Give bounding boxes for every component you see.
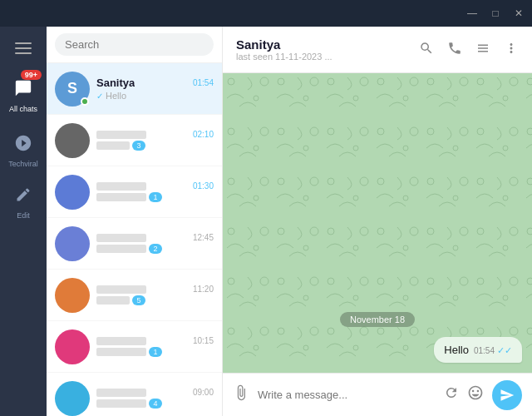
chat-header-actions [419, 41, 519, 59]
unread-count: 4 [149, 399, 162, 409]
chat-info: 01:30 1 [96, 181, 214, 202]
preview-text: Hello [106, 91, 214, 101]
minimize-button[interactable]: — [466, 7, 479, 19]
unread-count: 1 [149, 192, 162, 202]
chat-preview-blurred [96, 348, 146, 356]
avatar [55, 329, 90, 364]
maximize-button[interactable]: □ [489, 7, 502, 19]
chat-info: Sanitya 01:54 ✓ Hello [96, 77, 214, 101]
layout-icon[interactable] [475, 41, 490, 59]
more-options-icon[interactable] [504, 41, 519, 59]
all-chats-label: All chats [9, 105, 37, 113]
avatar: S [55, 72, 90, 106]
channel-nav-item[interactable]: Techviral [8, 128, 38, 168]
chat-list: S Sanitya 01:54 ✓ Hello [47, 63, 222, 416]
hamburger-line [15, 42, 32, 44]
chat-time: 02:10 [193, 130, 214, 139]
voice-icon[interactable] [444, 385, 459, 404]
chat-name [96, 131, 146, 139]
chat-item[interactable]: 09:00 4 [47, 373, 222, 416]
unread-count: 5 [132, 295, 145, 305]
chat-window: Sanitya last seen 11-11-2023 ... [223, 27, 532, 416]
title-bar-controls: — □ ✕ [466, 7, 525, 19]
chat-name [96, 389, 146, 397]
send-icon [500, 388, 515, 403]
chat-messages: November 18 Hello 01:54 ✓✓ [223, 73, 532, 373]
chat-time: 01:54 [193, 78, 214, 87]
avatar [55, 278, 90, 313]
search-input[interactable] [55, 33, 214, 56]
channel-label: Techviral [8, 160, 38, 168]
chat-header: Sanitya last seen 11-11-2023 ... [223, 27, 532, 73]
edit-nav-item[interactable]: Edit [8, 180, 38, 220]
attach-icon[interactable] [233, 384, 249, 405]
edit-label: Edit [17, 211, 30, 220]
avatar [55, 175, 90, 210]
chat-time: 01:30 [193, 181, 214, 191]
message-time: 01:54 [474, 346, 495, 355]
chat-info: 02:10 3 [96, 130, 214, 151]
close-button[interactable]: ✕ [512, 7, 525, 19]
avatar [55, 123, 90, 158]
chat-preview-blurred [96, 296, 130, 305]
call-icon[interactable] [447, 41, 462, 59]
avatar [55, 381, 90, 416]
chat-item[interactable]: S Sanitya 01:54 ✓ Hello [47, 63, 222, 115]
chat-name [96, 285, 146, 294]
chat-header-info: Sanitya last seen 11-11-2023 ... [236, 37, 411, 62]
chat-contact-name: Sanitya [236, 37, 411, 52]
chat-background: November 18 Hello 01:54 ✓✓ [223, 73, 532, 373]
channel-icon [8, 128, 38, 158]
chat-list-panel: S Sanitya 01:54 ✓ Hello [47, 27, 223, 416]
chat-time: 09:00 [193, 388, 214, 397]
hamburger-line [15, 47, 32, 49]
chat-name: Sanitya [96, 77, 135, 89]
chat-time: 12:45 [193, 233, 214, 242]
chat-name [96, 234, 146, 242]
chat-item[interactable]: 10:15 1 [47, 321, 222, 373]
app-container: 99+ All chats Techviral Edit [0, 27, 532, 416]
date-badge: November 18 [340, 312, 415, 327]
unread-badge: 99+ [21, 70, 42, 80]
edit-icon [8, 180, 38, 210]
unread-count: 3 [132, 141, 145, 151]
chat-item[interactable]: 01:30 1 [47, 166, 222, 218]
chat-info: 11:20 5 [96, 285, 214, 305]
hamburger-line [15, 52, 32, 54]
chat-preview-blurred [96, 141, 130, 150]
unread-count: 1 [149, 347, 162, 357]
search-icon[interactable] [419, 41, 434, 59]
message-input[interactable] [258, 389, 436, 401]
chat-preview-blurred [96, 245, 146, 253]
chat-name [96, 337, 146, 345]
message-read-icon: ✓✓ [497, 345, 512, 356]
all-chats-nav-item[interactable]: 99+ All chats [8, 73, 38, 113]
chat-time: 11:20 [193, 285, 214, 294]
chat-contact-status: last seen 11-11-2023 ... [236, 52, 411, 62]
chat-info: 12:45 2 [96, 233, 214, 254]
chat-item[interactable]: 11:20 5 [47, 270, 222, 321]
online-indicator [81, 97, 89, 106]
unread-count: 2 [149, 244, 162, 254]
sidebar-nav: 99+ All chats Techviral Edit [0, 27, 47, 416]
title-bar: — □ ✕ [0, 0, 532, 27]
chat-preview-blurred [96, 399, 146, 408]
emoji-icon[interactable] [467, 384, 484, 405]
message-meta: 01:54 ✓✓ [474, 345, 512, 356]
chat-item[interactable]: 12:45 2 [47, 218, 222, 270]
message-text: Hello [444, 344, 469, 356]
chat-info: 10:15 1 [96, 336, 214, 357]
chat-preview: ✓ Hello [96, 91, 214, 101]
chat-time: 10:15 [193, 336, 214, 345]
chat-input-bar [223, 373, 532, 416]
chat-item[interactable]: 02:10 3 [47, 115, 222, 166]
check-icon: ✓ [96, 92, 103, 101]
chat-info: 09:00 4 [96, 388, 214, 409]
chat-name [96, 182, 146, 191]
message-bubble: Hello 01:54 ✓✓ [434, 337, 522, 363]
avatar [55, 226, 90, 261]
hamburger-menu[interactable] [8, 33, 38, 63]
chat-preview-blurred [96, 193, 146, 201]
send-button[interactable] [492, 380, 522, 410]
search-bar [47, 27, 222, 63]
